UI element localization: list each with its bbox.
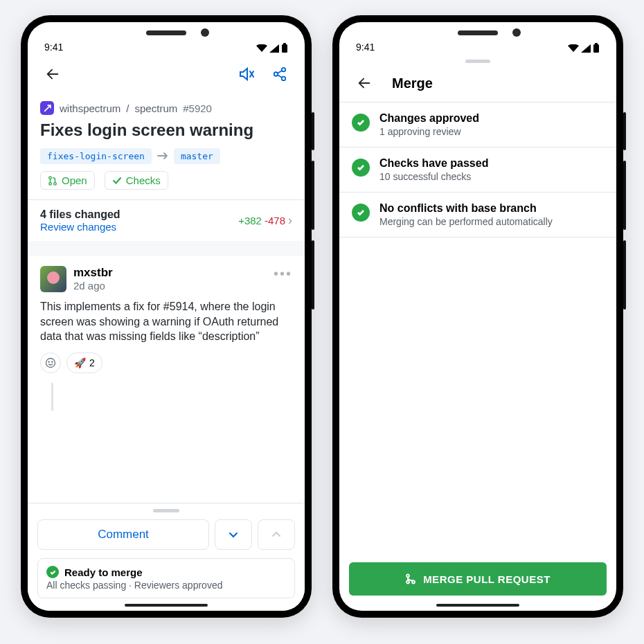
svg-point-13 xyxy=(406,575,409,578)
timeline-track xyxy=(28,383,305,411)
svg-rect-11 xyxy=(593,44,599,53)
battery-icon xyxy=(281,43,288,53)
status-bar: 9:41 xyxy=(339,22,616,55)
merge-status-title: Ready to merge xyxy=(64,566,143,578)
signal-icon xyxy=(581,44,591,53)
breadcrumb[interactable]: withspectrum / spectrum #5920 xyxy=(40,101,292,115)
merge-pull-request-button[interactable]: MERGE PULL REQUEST xyxy=(349,562,607,596)
svg-point-14 xyxy=(406,581,409,584)
bottom-sheet: Comment Ready to merge All checks passin… xyxy=(28,503,305,611)
signal-icon xyxy=(269,44,279,53)
merge-item-subtitle: 10 successful checks xyxy=(379,171,488,182)
git-merge-icon xyxy=(405,573,416,584)
svg-point-4 xyxy=(282,77,286,81)
files-changed-label: 4 files changed xyxy=(40,208,120,221)
comment-author[interactable]: mxstbr xyxy=(73,266,113,280)
check-circle-icon xyxy=(352,114,370,132)
back-button[interactable] xyxy=(352,71,377,96)
rocket-icon: 🚀 xyxy=(74,357,86,368)
back-button[interactable] xyxy=(40,62,65,87)
phone-right: 9:41 Merge Changes approved 1 approving … xyxy=(332,15,623,618)
wifi-icon xyxy=(256,44,267,53)
status-icons xyxy=(568,43,600,53)
svg-point-5 xyxy=(49,176,52,179)
git-pull-request-icon xyxy=(48,176,57,186)
additions-count: +382 xyxy=(238,215,262,226)
svg-rect-12 xyxy=(595,43,598,45)
repo-avatar-icon xyxy=(40,101,54,115)
merge-item-subtitle: Merging can be performed automatically xyxy=(379,216,553,227)
svg-rect-0 xyxy=(282,44,287,53)
files-changed-row[interactable]: 4 files changed Review changes +382 -478… xyxy=(40,200,292,241)
target-branch[interactable]: master xyxy=(174,148,220,164)
next-comment-button[interactable] xyxy=(215,519,252,550)
svg-point-10 xyxy=(52,361,53,362)
arrow-right-icon xyxy=(157,150,168,163)
merge-item-checks: Checks have passed 10 successful checks xyxy=(339,147,616,193)
svg-point-7 xyxy=(54,182,57,185)
breadcrumb-repo: spectrum xyxy=(135,102,178,114)
share-icon[interactable] xyxy=(267,62,292,87)
merge-item-approved: Changes approved 1 approving review xyxy=(339,102,616,147)
clock: 9:41 xyxy=(356,42,375,53)
clock: 9:41 xyxy=(44,42,63,53)
comment-overflow-icon[interactable]: ••• xyxy=(274,266,292,282)
pr-title: Fixes login screen warning xyxy=(40,120,292,140)
source-branch[interactable]: fixes-login-screen xyxy=(40,148,152,164)
comment-time: 2d ago xyxy=(73,280,113,292)
chevron-up-icon xyxy=(270,528,283,541)
check-circle-icon xyxy=(352,204,370,222)
svg-point-3 xyxy=(274,72,278,76)
svg-rect-1 xyxy=(283,43,286,45)
svg-point-2 xyxy=(282,68,286,72)
deletions-count: -478 xyxy=(265,215,285,226)
avatar[interactable] xyxy=(40,266,66,292)
app-header xyxy=(28,55,305,93)
sheet-handle[interactable] xyxy=(153,509,179,512)
merge-item-subtitle: 1 approving review xyxy=(379,126,479,137)
prev-comment-button[interactable] xyxy=(258,519,295,550)
review-changes-link: Review changes xyxy=(40,221,120,233)
merge-header: Merge xyxy=(339,64,616,102)
sheet-handle[interactable] xyxy=(465,60,490,63)
svg-point-8 xyxy=(46,358,55,367)
breadcrumb-org: withspectrum xyxy=(60,102,120,114)
merge-status-subtitle: All checks passing · Reviewers approved xyxy=(46,580,286,591)
merge-status-card[interactable]: Ready to merge All checks passing · Revi… xyxy=(37,558,295,598)
pr-number: #5920 xyxy=(183,102,212,114)
reaction-count: 2 xyxy=(89,357,95,368)
comment-card: mxstbr 2d ago ••• This implements a fix … xyxy=(40,256,292,373)
checks-chip[interactable]: Checks xyxy=(105,171,168,190)
phone-left: 9:41 withspectrum / s xyxy=(21,15,312,618)
merge-item-title: Checks have passed xyxy=(379,157,488,170)
check-circle-icon xyxy=(46,566,59,578)
comment-button[interactable]: Comment xyxy=(37,519,209,550)
merge-checklist: Changes approved 1 approving review Chec… xyxy=(339,102,616,238)
chevron-right-icon: › xyxy=(288,213,292,228)
merge-item-title: No conflicts with base branch xyxy=(379,202,553,215)
wifi-icon xyxy=(568,44,579,53)
check-circle-icon xyxy=(352,159,370,177)
comment-body: This implements a fix for #5914, where t… xyxy=(40,299,292,344)
pr-open-chip[interactable]: Open xyxy=(40,171,95,190)
branch-row: fixes-login-screen master xyxy=(40,148,292,164)
home-indicator[interactable] xyxy=(436,604,519,607)
svg-point-9 xyxy=(48,361,49,362)
chevron-down-icon xyxy=(227,528,240,541)
battery-icon xyxy=(593,43,600,53)
add-reaction-button[interactable] xyxy=(40,352,61,373)
svg-point-6 xyxy=(49,182,52,185)
smile-icon xyxy=(45,357,56,368)
mute-icon[interactable] xyxy=(234,62,259,87)
merge-item-title: Changes approved xyxy=(379,112,479,125)
status-icons xyxy=(256,43,288,53)
check-icon xyxy=(112,176,122,186)
page-title: Merge xyxy=(392,75,433,91)
status-bar: 9:41 xyxy=(28,22,305,55)
merge-item-conflicts: No conflicts with base branch Merging ca… xyxy=(339,193,616,238)
home-indicator[interactable] xyxy=(125,604,208,607)
reaction-rocket[interactable]: 🚀 2 xyxy=(66,352,102,373)
